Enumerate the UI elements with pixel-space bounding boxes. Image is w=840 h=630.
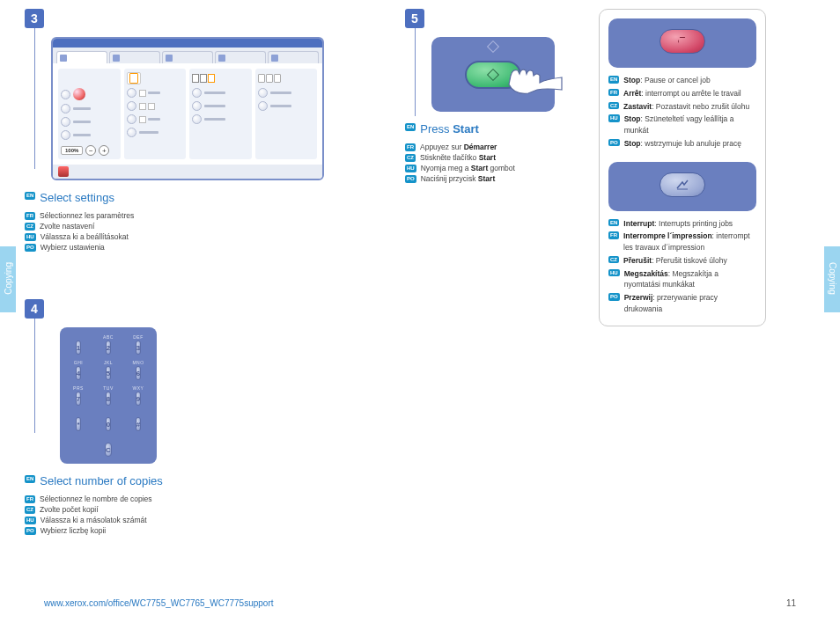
numeric-keypad[interactable]: 1ABC2DEF3GHI4JKL5MNO6PRS7TUV8WXY9*0#C xyxy=(60,327,157,464)
lang-cz: CZ xyxy=(25,506,35,514)
paper-tray-icon xyxy=(258,74,281,83)
lang-cz: CZ xyxy=(608,256,619,264)
key-label: TUV xyxy=(103,385,114,391)
step-3-badge: 3 xyxy=(25,9,44,28)
key-2[interactable]: 2 xyxy=(106,341,111,355)
lang-cz: CZ xyxy=(25,223,35,231)
translation-line: Nyomja meg a Start gombot xyxy=(421,164,515,172)
interrupt-button-panel xyxy=(608,162,756,211)
translation-line: Przerwij: przerywanie pracy drukowania xyxy=(624,292,756,315)
lang-hu: HU xyxy=(25,233,36,241)
diamond-outline-icon xyxy=(487,40,499,53)
key-#[interactable]: # xyxy=(136,417,141,431)
lang-en: EN xyxy=(608,76,619,84)
zoom-plus[interactable]: + xyxy=(99,145,109,156)
translation-line: Megszakítás: Megszakítja a nyomtatási mu… xyxy=(624,268,756,291)
panel-paper[interactable] xyxy=(255,69,318,159)
lang-hu: HU xyxy=(25,516,36,524)
translation-line: Stiskněte tlačítko Start xyxy=(420,153,496,162)
hand-press-icon xyxy=(502,63,564,100)
lang-en: EN xyxy=(25,192,35,200)
panel-output[interactable] xyxy=(189,69,252,159)
key-label: WXY xyxy=(133,385,144,391)
zoom-minus[interactable]: − xyxy=(85,145,96,156)
lang-po: PO xyxy=(25,527,36,535)
key-label: MNO xyxy=(132,360,144,365)
stop-interrupt-card: ENStop: Pause or cancel job FRArrêt: int… xyxy=(599,9,766,326)
lang-fr: FR xyxy=(608,231,619,239)
key-5[interactable]: 5 xyxy=(106,366,111,380)
footer-icon[interactable] xyxy=(58,166,69,177)
start-button-panel xyxy=(431,37,555,112)
key-C[interactable]: C xyxy=(105,443,112,457)
key-*[interactable]: * xyxy=(76,417,80,431)
key-9[interactable]: 9 xyxy=(136,392,141,406)
stop-button-panel xyxy=(608,18,756,68)
key-label: PRS xyxy=(73,385,84,391)
start-diamond-icon xyxy=(487,68,499,80)
page-number: 11 xyxy=(786,598,796,608)
stop-hexagon-icon xyxy=(678,37,688,47)
translation-line: Zvolte nastavení xyxy=(40,222,94,231)
panel-output-color[interactable]: 100% − + xyxy=(58,69,121,159)
step-4-badge: 4 xyxy=(25,299,44,319)
lang-cz: CZ xyxy=(608,102,619,110)
lang-en: EN xyxy=(25,475,35,483)
lang-hu: HU xyxy=(608,114,620,122)
step-3: 3 xyxy=(25,9,324,253)
lang-hu: HU xyxy=(608,269,620,277)
translation-line: Interrompre l´impression: interrompt les… xyxy=(623,231,756,253)
interrupt-icon xyxy=(676,179,689,190)
lang-cz: CZ xyxy=(405,154,416,162)
lang-hu: HU xyxy=(405,165,416,172)
key-0[interactable]: 0 xyxy=(106,417,111,431)
page: Copying Copying 3 xyxy=(0,0,840,630)
key-7[interactable]: 7 xyxy=(76,392,81,406)
panel-sides[interactable] xyxy=(124,69,187,159)
translation-line: Sélectionnez les paramètres xyxy=(40,211,134,220)
lang-fr: FR xyxy=(608,89,619,97)
lang-po: PO xyxy=(25,244,36,252)
lang-po: PO xyxy=(608,139,620,147)
translation-line: Wybierz ustawienia xyxy=(41,243,105,252)
document-icon xyxy=(129,73,138,84)
key-label: ABC xyxy=(103,334,114,340)
side-tab-right: Copying xyxy=(824,246,840,312)
key-1[interactable]: 1 xyxy=(76,341,81,355)
translation-line: Válassza ki a beállításokat xyxy=(41,232,129,241)
stop-en: Stop: Pause or cancel job xyxy=(623,75,710,86)
lang-fr: FR xyxy=(25,212,35,220)
step-3-heading: Select settings xyxy=(40,191,114,204)
step-5-badge: 5 xyxy=(405,9,424,28)
translation-line: Zvolte počet kopií xyxy=(40,505,99,514)
stop-button[interactable] xyxy=(659,29,705,54)
translation-line: Přerušit: Přerušit tiskové úlohy xyxy=(623,255,727,267)
key-label: DEF xyxy=(133,334,144,340)
key-3[interactable]: 3 xyxy=(136,341,141,355)
translation-line: Naciśnij przycisk Start xyxy=(421,174,496,183)
footer-url[interactable]: www.xerox.com/office/WC7755_WC7765_WC777… xyxy=(44,598,274,608)
side-tab-left: Copying xyxy=(0,246,16,312)
translation-line: Sélectionnez le nombre de copies xyxy=(40,494,152,503)
lang-en: EN xyxy=(608,219,619,227)
color-globe-icon xyxy=(73,88,85,100)
key-label: JKL xyxy=(104,360,113,365)
interrupt-button[interactable] xyxy=(659,172,705,197)
lang-fr: FR xyxy=(405,143,416,151)
step-5-heading: Press Start xyxy=(420,122,478,136)
translation-line: Wybierz liczbę kopii xyxy=(41,526,107,535)
step-4: 4 1ABC2DEF3GHI4JKL5MNO6PRS7TUV8WXY9*0#C … xyxy=(25,299,306,537)
copier-touch-screen[interactable]: 100% − + xyxy=(51,37,324,180)
key-6[interactable]: 6 xyxy=(136,366,141,380)
translation-line: Zastavit: Pozastavit nebo zrušit úlohu xyxy=(623,101,749,113)
key-4[interactable]: 4 xyxy=(76,366,81,380)
translation-line: Válassza ki a másolatok számát xyxy=(41,516,147,524)
lang-po: PO xyxy=(608,293,620,301)
key-8[interactable]: 8 xyxy=(106,392,111,406)
translation-line: Arrêt: interrompt ou arrête le travail xyxy=(623,88,741,99)
step-5: 5 ENPress Start FRAppuyez sur DémarrerCZ… xyxy=(405,9,608,185)
interrupt-en: Interrupt: Interrupts printing jobs xyxy=(623,218,733,230)
lang-en: EN xyxy=(405,123,416,131)
translation-line: Stop: Szüneteltetí vagy leállítja a munk… xyxy=(624,114,756,136)
zoom-percent: 100% xyxy=(61,146,83,155)
